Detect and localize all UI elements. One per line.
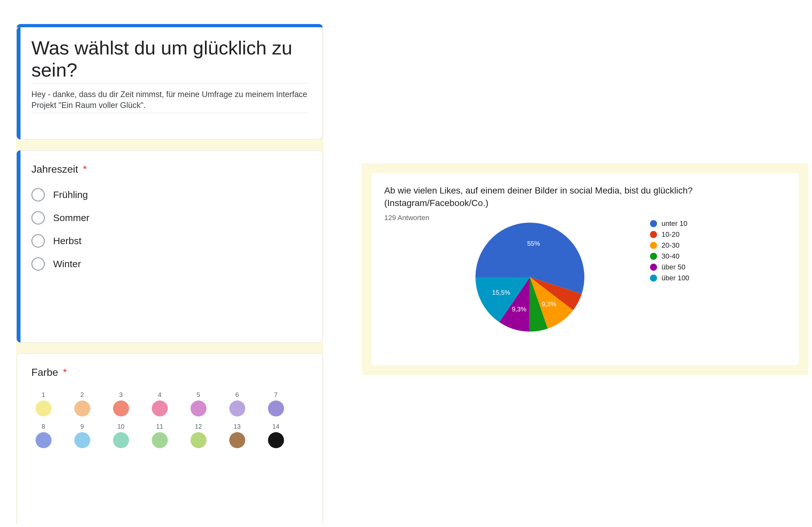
season-options: FrühlingSommerHerbstWinter: [31, 188, 308, 271]
color-swatch-4[interactable]: [152, 400, 168, 416]
legend-item[interactable]: 10-20: [650, 230, 690, 239]
legend-label: unter 10: [662, 219, 687, 228]
swatch-number: 6: [235, 391, 239, 399]
color-swatch-14[interactable]: [268, 432, 284, 448]
question-season-title: Jahreszeit *: [31, 163, 308, 175]
radio-option-winter[interactable]: Winter: [31, 257, 308, 271]
swatch-col: 8: [31, 423, 55, 448]
legend-item[interactable]: über 100: [650, 274, 690, 282]
swatch-number: 5: [197, 391, 200, 399]
swatch-number: 2: [81, 391, 84, 399]
color-swatch-10[interactable]: [113, 432, 129, 448]
form-description: Hey - danke, dass du dir Zeit nimmst, fü…: [31, 89, 308, 113]
pie-legend: unter 1010-2020-3030-40über 50über 100: [650, 219, 690, 285]
legend-item[interactable]: unter 10: [650, 219, 690, 228]
legend-item[interactable]: über 50: [650, 263, 690, 271]
swatch-number: 13: [233, 423, 241, 430]
results-background: Ab wie vielen Likes, auf einem deiner Bi…: [362, 163, 809, 375]
form-background: Was wählst du um glücklich zu sein? Hey …: [16, 24, 323, 524]
color-swatch-12[interactable]: [190, 432, 206, 448]
color-swatch-7[interactable]: [268, 400, 284, 416]
results-card: Ab wie vielen Likes, auf einem deiner Bi…: [372, 173, 799, 365]
legend-label: 30-40: [662, 252, 679, 260]
pie-slice-label: 9,3%: [542, 300, 556, 308]
swatch-row: 1234567: [31, 391, 308, 416]
swatch-number: 3: [119, 391, 122, 399]
color-swatch-9[interactable]: [74, 432, 90, 448]
radio-label: Frühling: [53, 189, 88, 200]
legend-dot-icon: [650, 220, 657, 227]
radio-option-herbst[interactable]: Herbst: [31, 234, 308, 248]
color-swatch-5[interactable]: [190, 400, 206, 416]
swatch-number: 8: [42, 423, 45, 430]
form-title: Was wählst du um glücklich zu sein?: [31, 37, 308, 83]
color-swatch-11[interactable]: [152, 432, 168, 448]
question-color-card: Farbe * 1234567891011121314: [17, 353, 323, 524]
pie-chart-svg: [476, 223, 584, 331]
radio-label: Winter: [53, 258, 81, 269]
question-color-title: Farbe *: [31, 367, 308, 378]
required-indicator: *: [63, 367, 67, 378]
swatch-col: 4: [148, 391, 172, 416]
swatch-number: 7: [274, 391, 278, 399]
required-indicator: *: [83, 163, 87, 175]
swatch-col: 11: [148, 423, 172, 448]
legend-dot-icon: [650, 242, 657, 249]
legend-label: 20-30: [662, 241, 679, 250]
pie-chart: 55%9,3%9,3%15,5%: [476, 223, 584, 331]
swatch-number: 11: [156, 423, 163, 430]
color-swatch-8[interactable]: [35, 432, 52, 448]
color-swatch-13[interactable]: [229, 432, 245, 448]
legend-dot-icon: [650, 253, 657, 260]
swatch-col: 1: [31, 391, 55, 416]
legend-label: über 50: [662, 263, 685, 271]
legend-item[interactable]: 30-40: [650, 252, 690, 260]
question-season-label: Jahreszeit: [31, 163, 78, 175]
swatch-col: 13: [225, 423, 249, 448]
radio-option-frühling[interactable]: Frühling: [31, 188, 308, 201]
radio-circle-icon: [31, 211, 45, 225]
legend-dot-icon: [650, 274, 657, 282]
legend-item[interactable]: 20-30: [650, 241, 690, 250]
pie-slice-label: 15,5%: [492, 289, 510, 296]
swatch-col: 12: [186, 423, 211, 448]
pie-slice-label: 55%: [527, 240, 540, 247]
swatch-row: 891011121314: [31, 423, 308, 448]
radio-label: Herbst: [53, 236, 81, 246]
swatch-number: 4: [158, 391, 161, 399]
results-response-count: 129 Antworten: [384, 214, 786, 222]
form-header-card: Was wählst du um glücklich zu sein? Hey …: [17, 24, 323, 139]
color-swatch-grid: 1234567891011121314: [31, 391, 308, 448]
legend-label: 10-20: [662, 230, 679, 239]
radio-circle-icon: [31, 188, 45, 201]
pie-slice-label: 9,3%: [512, 305, 526, 313]
swatch-col: 14: [264, 423, 288, 448]
legend-dot-icon: [650, 231, 657, 238]
swatch-number: 1: [42, 391, 45, 399]
swatch-col: 7: [264, 391, 288, 416]
swatch-number: 14: [272, 423, 279, 430]
radio-option-sommer[interactable]: Sommer: [31, 211, 308, 225]
swatch-col: 9: [70, 423, 94, 448]
color-swatch-1[interactable]: [35, 400, 52, 416]
swatch-col: 2: [70, 391, 94, 416]
swatch-col: 6: [225, 391, 249, 416]
swatch-col: 5: [186, 391, 211, 416]
results-question-title: Ab wie vielen Likes, auf einem deiner Bi…: [384, 184, 786, 209]
radio-circle-icon: [31, 257, 45, 271]
swatch-number: 9: [81, 423, 84, 430]
swatch-col: 3: [109, 391, 133, 416]
legend-label: über 100: [662, 274, 690, 282]
color-swatch-2[interactable]: [74, 400, 90, 416]
question-color-label: Farbe: [31, 367, 58, 378]
color-swatch-6[interactable]: [229, 400, 245, 416]
radio-label: Sommer: [53, 212, 89, 223]
legend-dot-icon: [650, 264, 657, 271]
color-swatch-3[interactable]: [113, 400, 129, 416]
swatch-col: 10: [109, 423, 133, 448]
swatch-number: 12: [195, 423, 202, 430]
swatch-number: 10: [117, 423, 124, 430]
radio-circle-icon: [31, 234, 45, 248]
question-season-card: Jahreszeit * FrühlingSommerHerbstWinter: [17, 150, 323, 342]
